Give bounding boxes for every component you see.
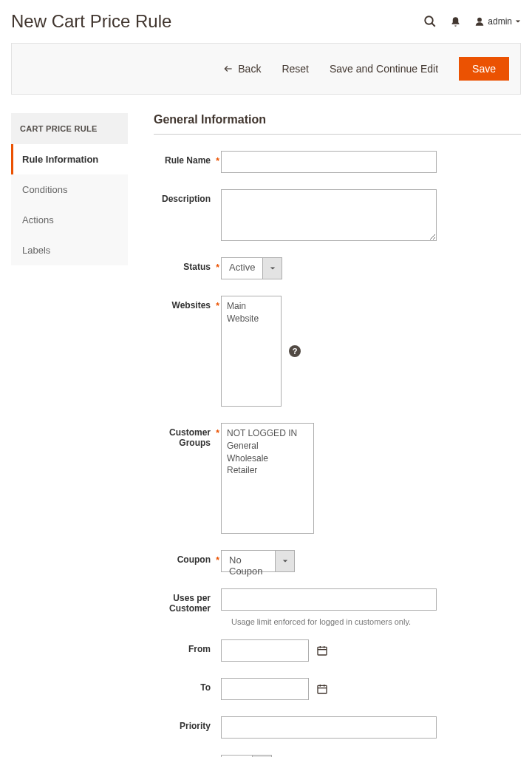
chevron-down-icon <box>515 18 521 24</box>
page-title: New Cart Price Rule <box>11 11 171 32</box>
list-item[interactable]: Retailer <box>227 464 308 477</box>
search-icon[interactable] <box>423 15 437 28</box>
to-label: To <box>154 678 221 693</box>
sidebar-heading: CART PRICE RULE <box>11 113 128 144</box>
sidebar-item-labels[interactable]: Labels <box>11 235 128 265</box>
user-label: admin <box>488 16 512 27</box>
notifications-icon[interactable] <box>450 16 461 27</box>
status-label: Status <box>154 257 221 272</box>
list-item[interactable]: Main Website <box>227 300 276 325</box>
coupon-label: Coupon <box>154 550 221 565</box>
sidebar-item-actions[interactable]: Actions <box>11 205 128 235</box>
uses-per-customer-label: Uses per Customer <box>154 588 221 614</box>
sidebar-item-rule-information[interactable]: Rule Information <box>11 144 128 174</box>
chevron-down-icon <box>262 258 282 279</box>
websites-label: Websites <box>154 296 221 310</box>
svg-point-0 <box>426 16 434 24</box>
priority-label: Priority <box>154 716 221 731</box>
chevron-down-icon <box>275 551 294 571</box>
from-input[interactable] <box>221 639 309 662</box>
rule-name-label: Rule Name <box>154 151 221 166</box>
list-item[interactable]: General <box>227 440 308 452</box>
from-label: From <box>154 639 221 654</box>
list-item[interactable]: NOT LOGGED IN <box>227 427 308 440</box>
action-bar: Back Reset Save and Continue Edit Save <box>11 43 521 95</box>
calendar-icon[interactable] <box>316 645 328 656</box>
back-button[interactable]: Back <box>223 63 261 75</box>
sidebar: CART PRICE RULE Rule Information Conditi… <box>11 113 128 757</box>
coupon-select[interactable]: No Coupon <box>221 550 295 572</box>
user-menu[interactable]: admin <box>474 16 521 27</box>
svg-line-1 <box>432 23 436 27</box>
description-label: Description <box>154 189 221 204</box>
uses-per-customer-input[interactable] <box>221 588 437 611</box>
arrow-left-icon <box>223 64 233 74</box>
uses-note: Usage limit enforced for logged in custo… <box>231 617 521 626</box>
description-input[interactable] <box>221 189 437 241</box>
reset-button[interactable]: Reset <box>282 63 309 75</box>
customer-groups-label: Customer Groups <box>154 423 221 448</box>
list-item[interactable]: Wholesale <box>227 452 308 465</box>
priority-input[interactable] <box>221 716 437 739</box>
help-icon[interactable]: ? <box>289 345 301 357</box>
section-title: General Information <box>154 113 521 135</box>
status-select[interactable]: Active <box>221 257 282 279</box>
save-continue-button[interactable]: Save and Continue Edit <box>330 63 438 75</box>
calendar-icon[interactable] <box>316 683 328 695</box>
customer-groups-multiselect[interactable]: NOT LOGGED IN General Wholesale Retailer <box>221 423 314 534</box>
save-button[interactable]: Save <box>459 57 509 81</box>
websites-multiselect[interactable]: Main Website <box>221 296 282 407</box>
to-input[interactable] <box>221 678 309 700</box>
svg-point-2 <box>477 18 482 22</box>
rule-name-input[interactable] <box>221 151 437 173</box>
svg-rect-8 <box>318 685 327 693</box>
user-icon <box>474 16 485 27</box>
svg-rect-4 <box>318 647 327 655</box>
sidebar-item-conditions[interactable]: Conditions <box>11 174 128 205</box>
